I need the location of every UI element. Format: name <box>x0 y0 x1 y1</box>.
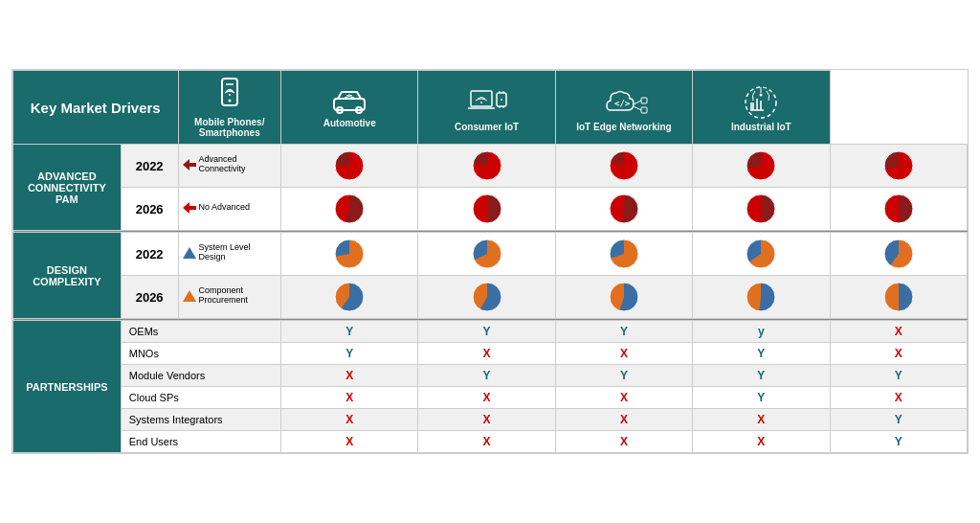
svg-point-23 <box>760 93 763 96</box>
svg-point-1 <box>228 100 231 102</box>
partnership-val-5-2: X <box>555 431 692 453</box>
partnership-val-2-3: Y <box>693 365 830 387</box>
year-2026: 2026 <box>121 276 178 319</box>
svg-marker-46 <box>183 247 196 259</box>
partnership-val-5-0: X <box>281 431 418 453</box>
partnership-val-4-3: X <box>693 409 830 431</box>
consumer-iot-label: Consumer IoT <box>422 122 550 132</box>
pie-design_complexity-2026-col1 <box>418 276 555 319</box>
partnership-val-0-1: Y <box>418 321 555 343</box>
svg-point-3 <box>229 94 231 96</box>
col-auto: Automotive <box>281 71 418 145</box>
partnership-label-4: Systems Integrators <box>121 409 280 431</box>
pie-design_complexity-2022-col1 <box>418 233 555 276</box>
partnership-val-4-2: X <box>555 409 692 431</box>
partnership-val-4-0: X <box>281 409 418 431</box>
pie-advanced_connectivity-2022-col1 <box>418 145 555 188</box>
partnership-val-1-0: Y <box>281 343 418 365</box>
pie-advanced_connectivity-2026-col1 <box>418 188 555 231</box>
legend-advanced_connectivity-2026: No Advanced <box>178 188 281 231</box>
partnership-val-4-4: Y <box>830 409 967 431</box>
consumer-iot-icon <box>422 83 550 122</box>
partnership-val-0-2: Y <box>555 321 692 343</box>
pie-design_complexity-2022-col0 <box>281 233 418 276</box>
pie-advanced_connectivity-2022-col4 <box>830 145 967 188</box>
pie-advanced_connectivity-2026-col3 <box>693 188 830 231</box>
category-partnerships: PARTNERSHIPS <box>13 321 122 453</box>
section-advanced_connectivity-row-2022: ADVANCED CONNECTIVITY PAM2022Advanced Co… <box>13 145 968 188</box>
legend-design_complexity-2022: System Level Design <box>178 233 281 276</box>
partnership-row-1: MNOsYXXYX <box>13 343 968 365</box>
main-table: Key Market Drivers <box>11 69 969 454</box>
pie-design_complexity-2022-col4 <box>830 233 967 276</box>
col-iot-edge: </> IoT Edge Networking <box>555 71 692 145</box>
partnership-row-2: Module VendorsXYYYY <box>13 365 968 387</box>
category-advanced_connectivity: ADVANCED CONNECTIVITY PAM <box>13 145 122 231</box>
partnership-row-3: Cloud SPsXXXYX <box>13 387 968 409</box>
partnership-val-2-2: Y <box>555 365 692 387</box>
svg-marker-24 <box>183 159 196 171</box>
partnership-val-1-1: X <box>418 343 555 365</box>
col-industrial-iot: Industrial IoT <box>693 71 830 145</box>
partnership-val-3-4: X <box>830 387 967 409</box>
pie-design_complexity-2026-col4 <box>830 276 967 319</box>
partnership-val-1-4: X <box>830 343 967 365</box>
partnership-val-0-4: X <box>830 321 967 343</box>
partnership-val-5-3: X <box>693 431 830 453</box>
key-market-header: Key Market Drivers <box>13 71 179 145</box>
col-consumer-iot: Consumer IoT <box>418 71 555 145</box>
partnership-val-0-0: Y <box>281 321 418 343</box>
pie-design_complexity-2026-col3 <box>693 276 830 319</box>
year-2022: 2022 <box>121 145 178 188</box>
section-design_complexity-row-2026: 2026Component Procurement <box>13 276 968 319</box>
section-advanced_connectivity-row-2026: 2026No Advanced <box>13 188 968 231</box>
pie-advanced_connectivity-2022-col0 <box>281 145 418 188</box>
section-design_complexity-row-2022: DESIGN COMPLEXITY2022System Level Design <box>13 233 968 276</box>
partnership-row-4: Systems IntegratorsXXXXY <box>13 409 968 431</box>
partnership-val-3-1: X <box>418 387 555 409</box>
partnership-val-1-3: Y <box>693 343 830 365</box>
industrial-iot-label: Industrial IoT <box>697 122 825 132</box>
partnership-val-3-0: X <box>281 387 418 409</box>
year-2022: 2022 <box>121 233 178 276</box>
industrial-iot-icon <box>697 83 825 122</box>
year-2026: 2026 <box>121 188 178 231</box>
partnership-val-4-1: X <box>418 409 555 431</box>
pie-design_complexity-2022-col3 <box>693 233 830 276</box>
pie-advanced_connectivity-2022-col3 <box>693 145 830 188</box>
pie-design_complexity-2026-col0 <box>281 276 418 319</box>
pie-design_complexity-2026-col2 <box>555 276 692 319</box>
mobile-icon <box>183 77 278 117</box>
partnership-row-0: PARTNERSHIPSOEMsYYYyX <box>13 321 968 343</box>
partnership-val-5-1: X <box>418 431 555 453</box>
svg-line-17 <box>634 101 641 104</box>
partnership-val-3-3: Y <box>693 387 830 409</box>
legend-advanced_connectivity-2022: Advanced Connectivity <box>178 145 281 188</box>
partnership-label-2: Module Vendors <box>121 365 280 387</box>
partnership-val-3-2: X <box>555 387 692 409</box>
svg-line-18 <box>634 106 641 110</box>
pie-advanced_connectivity-2026-col0 <box>281 188 418 231</box>
partnership-label-0: OEMs <box>121 321 280 343</box>
pie-advanced_connectivity-2026-col2 <box>555 188 692 231</box>
iot-edge-label: IoT Edge Networking <box>560 122 688 132</box>
iot-edge-icon: </> <box>560 83 688 122</box>
partnership-val-2-4: Y <box>830 365 967 387</box>
col-mobile: Mobile Phones/ Smartphones <box>178 71 281 145</box>
svg-marker-57 <box>183 290 196 302</box>
column-headers: Key Market Drivers <box>13 71 968 145</box>
pie-advanced_connectivity-2026-col4 <box>830 188 967 231</box>
partnership-val-2-1: Y <box>418 365 555 387</box>
partnership-val-2-0: X <box>281 365 418 387</box>
svg-point-15 <box>501 99 502 101</box>
auto-icon <box>285 87 413 118</box>
partnership-label-3: Cloud SPs <box>121 387 280 409</box>
category-design_complexity: DESIGN COMPLEXITY <box>13 233 122 319</box>
svg-text:</>: </> <box>614 99 631 108</box>
legend-design_complexity-2026: Component Procurement <box>178 276 281 319</box>
partnership-val-1-2: X <box>555 343 692 365</box>
pie-advanced_connectivity-2022-col2 <box>555 145 692 188</box>
svg-rect-20 <box>641 107 647 113</box>
partnership-label-1: MNOs <box>121 343 280 365</box>
partnership-row-5: End UsersXXXXY <box>13 431 968 453</box>
